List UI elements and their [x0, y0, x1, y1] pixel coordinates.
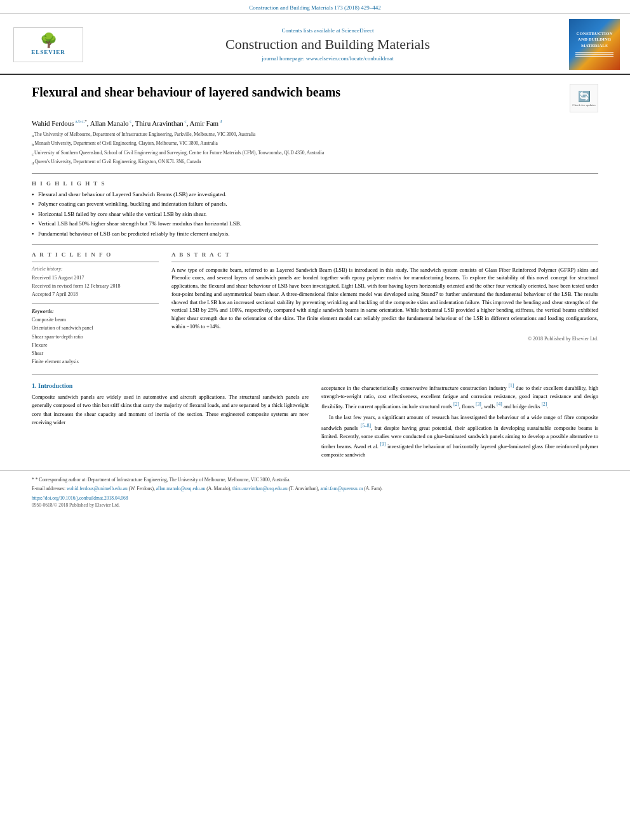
cover-line-2 [575, 54, 613, 55]
author-thiru: Thiru Aravinthan [135, 119, 184, 127]
highlight-item-3: Horizontal LSB failed by core shear whil… [32, 210, 598, 218]
ref-4: [4] [497, 401, 502, 407]
keyword-2: Orientation of sandwich panel [32, 324, 159, 331]
history-accepted: Accepted 7 April 2018 [32, 291, 159, 298]
abstract-label: A B S T R A C T [171, 251, 598, 258]
cover-line-3 [575, 56, 613, 57]
body-right-text: acceptance in the characteristically con… [321, 382, 598, 459]
affil-letter-c: c [32, 151, 34, 158]
affiliation-d: d Queen's University, Department of Civi… [32, 158, 598, 167]
check-updates-label: Check for updates [572, 103, 595, 107]
body-divider [32, 374, 598, 375]
footer-emails: E-mail addresses: wahid.ferdous@unimelb.… [32, 485, 598, 492]
article-info-abstract-layout: A R T I C L E I N F O Article history: R… [32, 251, 598, 367]
keywords-label: Keywords: [32, 309, 159, 314]
abstract-col: A B S T R A C T A new type of composite … [171, 251, 598, 367]
journal-reference-link[interactable]: Construction and Building Materials 173 … [249, 4, 380, 11]
article-info-label: A R T I C L E I N F O [32, 251, 159, 258]
elsevier-tree-icon: 🌳 [31, 34, 65, 48]
check-updates-icon: 🔄 [578, 90, 591, 102]
elsevier-logo-area: 🌳 ELSEVIER [10, 27, 86, 62]
keyword-1: Composite beam [32, 316, 159, 323]
highlight-item-2: Polymer coating can prevent wrinkling, b… [32, 200, 598, 208]
homepage-url[interactable]: www.elsevier.com/locate/conbuildmat [306, 55, 394, 62]
body-left-text: Composite sandwich panels are widely use… [32, 393, 309, 427]
affil-text-a: The University of Melbourne, Department … [34, 131, 255, 140]
elsevier-logo-inner: 🌳 ELSEVIER [31, 34, 65, 55]
article-info-divider [32, 262, 159, 262]
ref-3: [3] [476, 401, 481, 407]
author-allan-sup: c [129, 119, 132, 124]
body-left-col: 1. Introduction Composite sandwich panel… [32, 382, 309, 462]
keyword-3: Shear span-to-depth ratio [32, 333, 159, 340]
affiliation-c: c University of Southern Queensland, Sch… [32, 149, 598, 158]
author-wahid: Wahid Ferdous [32, 119, 74, 127]
journal-cover-image: Constructionand BuildingMATERIALS [569, 19, 620, 70]
copyright-line: © 2018 Published by Elsevier Ltd. [171, 336, 598, 342]
affil-letter-d: d [32, 160, 34, 167]
abstract-text: A new type of composite beam, referred t… [171, 266, 598, 331]
body-content: 1. Introduction Composite sandwich panel… [32, 382, 598, 462]
cover-title-text: Constructionand BuildingMATERIALS [576, 31, 612, 48]
email-label: E-mail addresses: [32, 486, 65, 491]
page-container: Construction and Building Materials 173 … [0, 0, 630, 840]
author-allan: Allan Manalo [90, 119, 129, 127]
journal-title: Construction and Building Materials [93, 36, 563, 53]
check-for-updates-badge: 🔄 Check for updates [570, 84, 598, 112]
affil-text-d: Queen's University, Department of Civil … [35, 158, 201, 167]
top-bar: Construction and Building Materials 173 … [0, 0, 630, 14]
history-received: Received 15 August 2017 [32, 274, 159, 281]
email-allan[interactable]: allan.manalo@usq.edu.au [156, 486, 206, 491]
highlights-items: Flexural and shear behaviour of Layered … [32, 190, 598, 238]
affiliations-list: a The University of Melbourne, Departmen… [32, 131, 598, 167]
ref-5-8: [5–8] [361, 423, 371, 429]
article-info-col: A R T I C L E I N F O Article history: R… [32, 251, 159, 367]
article-title-section: Flexural and shear behaviour of layered … [32, 84, 598, 112]
body-right-col: acceptance in the characteristically con… [321, 382, 598, 462]
elsevier-logo-box: 🌳 ELSEVIER [13, 27, 83, 62]
affil-text-b: Monash University, Department of Civil E… [35, 140, 218, 149]
footer-doi[interactable]: https://doi.org/10.1016/j.conbuildmat.20… [32, 495, 598, 501]
contents-available-line: Contents lists available at ScienceDirec… [93, 27, 563, 34]
highlights-section: H I G H L I G H T S Flexural and shear b… [32, 180, 598, 238]
ref-9: [9] [380, 441, 386, 447]
ref-2b: [2] [542, 401, 547, 407]
email-thiru[interactable]: thiru.aravinthan@usq.edu.au [232, 486, 288, 491]
keywords-divider [32, 303, 159, 303]
affil-text-c: University of Southern Queensland, Schoo… [34, 149, 324, 158]
cover-line-1 [575, 52, 613, 53]
highlight-item-5: Fundamental behaviour of LSB can be pred… [32, 230, 598, 238]
highlights-label: H I G H L I G H T S [32, 180, 598, 187]
affiliation-b: b Monash University, Department of Civil… [32, 140, 598, 149]
affiliation-a: a The University of Melbourne, Departmen… [32, 131, 598, 140]
divider-after-highlights [32, 244, 598, 245]
email-amir[interactable]: amir.fam@queensu.ca [320, 486, 363, 491]
ref-2a: [2] [453, 401, 459, 407]
author-amir-sup: d [218, 119, 222, 124]
authors-line: Wahid Ferdous a,b,c,*, Allan Manalo c, T… [32, 119, 598, 127]
footer-corresponding-note: * * Corresponding author at: Department … [32, 476, 598, 483]
divider-after-affiliations [32, 173, 598, 174]
keyword-6: Finite element analysis [32, 358, 159, 365]
author-amir: Amir Fam [190, 119, 219, 127]
body-para-right-2: In the last few years, a significant amo… [321, 413, 598, 459]
author-wahid-sup: a,b,c, [74, 119, 85, 124]
abstract-divider [171, 262, 598, 262]
footer-section: * * Corresponding author at: Department … [0, 470, 630, 513]
main-content: Flexural and shear behaviour of layered … [0, 75, 630, 470]
affil-letter-a: a [32, 133, 34, 140]
sciencedirect-link[interactable]: ScienceDirect [342, 27, 373, 34]
highlight-item-4: Vertical LSB had 50% higher shear streng… [32, 220, 598, 228]
history-revised: Received in revised form 12 February 201… [32, 283, 159, 290]
body-para-1: Composite sandwich panels are widely use… [32, 393, 309, 427]
article-title: Flexural and shear behaviour of layered … [32, 84, 557, 100]
highlight-item-1: Flexural and shear behaviour of Layered … [32, 190, 598, 199]
footer-issn: 0950-0618/© 2018 Published by Elsevier L… [32, 502, 598, 508]
homepage-label: journal homepage: [262, 55, 304, 62]
journal-homepage: journal homepage: www.elsevier.com/locat… [93, 55, 563, 62]
cover-decorative-lines [575, 51, 613, 58]
contents-label: Contents lists available at [282, 27, 340, 34]
ref-1: [1] [509, 383, 514, 389]
affil-letter-b: b [32, 142, 34, 149]
email-wahid[interactable]: wahid.ferdous@unimelb.edu.au [67, 486, 128, 491]
